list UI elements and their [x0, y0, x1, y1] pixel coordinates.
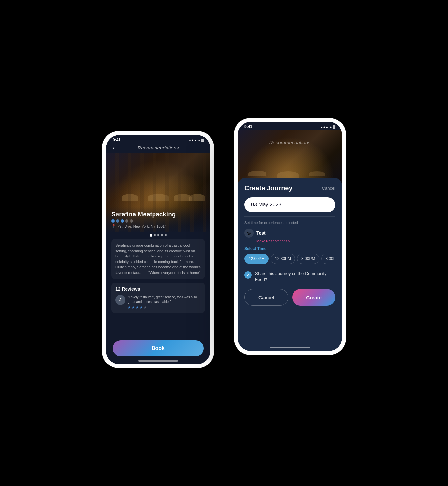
experience-row: 🍽 Test	[244, 229, 335, 238]
page-dot-5[interactable]	[165, 234, 167, 236]
restaurant-name: Serafina Meatpacking	[111, 211, 205, 218]
restaurant-address: 79th Ave, New York, NY 10014	[117, 224, 167, 228]
reviewer-avatar: J	[115, 295, 125, 305]
time-slots: 12:00PM 12:30PM 3:00PM 3:30PM 3:30	[244, 254, 335, 265]
reviews-section: 12 Reviews J "Lovely restaurant, great s…	[111, 283, 205, 313]
select-time-label: Select Time	[244, 246, 335, 251]
dot-1	[111, 219, 115, 223]
set-time-label: Set time for experiences selected	[244, 221, 335, 225]
restaurant-hero-image: Serafina Meatpacking 📍 79th Ave, New Yor…	[106, 153, 210, 232]
page-dot-1[interactable]	[150, 234, 152, 237]
phone2-nav-title: Recommendations	[238, 140, 342, 145]
battery-icon-2: ▓	[333, 125, 335, 129]
status-icons-1: ▲▲▲ ⟁ ▓	[189, 138, 204, 142]
status-icons-2: ▲▲▲ ⟁ ▓	[321, 125, 335, 129]
wifi-icon: ⟁	[198, 138, 200, 142]
phone-2: 9:41 ▲▲▲ ⟁ ▓ Recommendations Create	[234, 118, 346, 355]
rating-dots	[111, 219, 205, 223]
hero-arch	[106, 185, 210, 232]
location-icon: 📍	[111, 224, 116, 228]
time-1: 9:41	[113, 138, 121, 142]
page-dot-3[interactable]	[157, 234, 159, 236]
star-3: ★	[136, 305, 139, 310]
star-5: ★	[144, 305, 147, 310]
time-2: 9:41	[244, 124, 252, 129]
star-1: ★	[128, 305, 131, 310]
community-label: Share this Journey on the Community Feed…	[255, 271, 335, 283]
time-slot-2[interactable]: 3:00PM	[297, 254, 319, 264]
phone-1: 9:41 ▲▲▲ ⟁ ▓ ‹ Recommendations	[102, 131, 214, 368]
star-row: ★ ★ ★ ★ ★	[128, 305, 201, 310]
page-dot-2[interactable]	[154, 234, 156, 236]
time-slot-0[interactable]: 12:00PM	[244, 254, 269, 264]
home-indicator-2	[270, 347, 310, 348]
sheet-header: Create Journey Cancel	[244, 184, 335, 192]
bottom-sheet: Create Journey Cancel 03 May 2023 Set ti…	[238, 178, 342, 351]
dot-5	[130, 219, 133, 223]
hero-overlay: Serafina Meatpacking 📍 79th Ave, New Yor…	[106, 207, 210, 232]
nav-title-1: Recommendations	[137, 145, 179, 150]
divider	[244, 216, 335, 217]
star-2: ★	[132, 305, 135, 310]
community-check[interactable]	[244, 271, 252, 279]
make-reservations-text: Make Reservations	[256, 239, 287, 243]
battery-icon: ▓	[201, 138, 204, 142]
make-reservations-link[interactable]: Make Reservations >	[256, 239, 335, 243]
description-card: Serafina's unique combination of a casua…	[111, 239, 205, 279]
dot-3	[121, 219, 124, 223]
signal-icon-2: ▲▲▲	[321, 125, 328, 128]
page-dots	[106, 232, 210, 239]
location-row: 📍 79th Ave, New York, NY 10014	[111, 224, 205, 228]
time-slot-1[interactable]: 12:30PM	[271, 254, 295, 264]
description-text: Serafina's unique combination of a casua…	[115, 243, 201, 275]
time-slot-3[interactable]: 3:30PM	[321, 254, 335, 264]
status-bar-2: 9:41 ▲▲▲ ⟁ ▓	[238, 122, 342, 130]
book-button[interactable]: Book	[113, 340, 204, 356]
wifi-icon-2: ⟁	[330, 125, 332, 129]
make-reservations-arrow: >	[288, 239, 290, 243]
sheet-buttons: Cancel Create	[244, 289, 335, 306]
reviews-title: 12 Reviews	[115, 286, 201, 292]
dot-4	[125, 219, 128, 223]
sheet-cancel-top[interactable]: Cancel	[322, 186, 335, 191]
signal-icon: ▲▲▲	[189, 139, 197, 142]
experience-name: Test	[256, 230, 266, 236]
community-row: Share this Journey on the Community Feed…	[244, 271, 335, 283]
experience-icon: 🍽	[244, 229, 254, 238]
home-indicator-1	[138, 360, 178, 362]
dot-2	[116, 219, 119, 223]
date-pill[interactable]: 03 May 2023	[244, 197, 335, 212]
sheet-title: Create Journey	[244, 184, 293, 192]
review-text: "Lovely restaurant, great service, food …	[128, 295, 201, 304]
star-4: ★	[140, 305, 143, 310]
nav-header-1: ‹ Recommendations	[106, 144, 210, 153]
page-dot-4[interactable]	[161, 234, 163, 236]
create-button[interactable]: Create	[292, 289, 335, 306]
status-bar-1: 9:41 ▲▲▲ ⟁ ▓	[106, 135, 210, 144]
cancel-button[interactable]: Cancel	[244, 289, 288, 306]
back-button[interactable]: ‹	[113, 144, 115, 151]
review-item: J "Lovely restaurant, great service, foo…	[115, 295, 201, 310]
